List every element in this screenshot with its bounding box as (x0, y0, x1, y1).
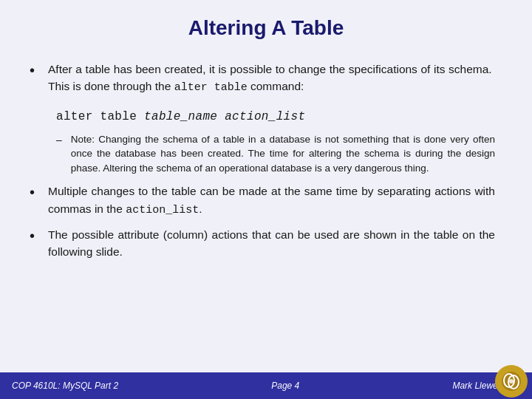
slide-footer: COP 4610L: MySQL Part 2 Page 4 Mark Llew… (0, 372, 532, 399)
footer-page: Page 4 (271, 381, 299, 391)
inline-code-2: action_list (126, 204, 199, 216)
footer-course: COP 4610L: MySQL Part 2 (12, 381, 118, 391)
bullet-dot-1: • (30, 62, 35, 79)
note-section: – Note: Changing the schema of a table i… (56, 132, 495, 176)
code-italic: table_name action_list (144, 110, 305, 123)
bullet-dot-2: • (30, 184, 35, 201)
slide-content: • After a table has been created, it is … (0, 49, 532, 372)
code-block: alter table table_name action_list (56, 110, 495, 123)
bullet-text-2: Multiple changes to the table can be mad… (48, 183, 495, 219)
bullet-item-1: • After a table has been created, it is … (30, 61, 495, 97)
bullet-item-3: • The possible attribute (column) action… (30, 226, 495, 261)
footer-logo (495, 365, 528, 398)
inline-code-1: alter table (174, 81, 248, 94)
svg-point-3 (509, 379, 514, 383)
logo-svg (500, 370, 522, 392)
bullet-item-2: • Multiple changes to the table can be m… (30, 183, 495, 219)
slide: Altering A Table • After a table has bee… (0, 0, 532, 399)
note-dash: – (56, 134, 62, 146)
slide-header: Altering A Table (0, 0, 532, 49)
bullet-text-3: The possible attribute (column) actions … (48, 226, 495, 261)
bullet-dot-3: • (30, 228, 35, 245)
note-text: Note: Changing the schema of a table in … (71, 132, 495, 176)
slide-title: Altering A Table (30, 16, 502, 40)
bullet-text-1: After a table has been created, it is po… (48, 61, 495, 97)
